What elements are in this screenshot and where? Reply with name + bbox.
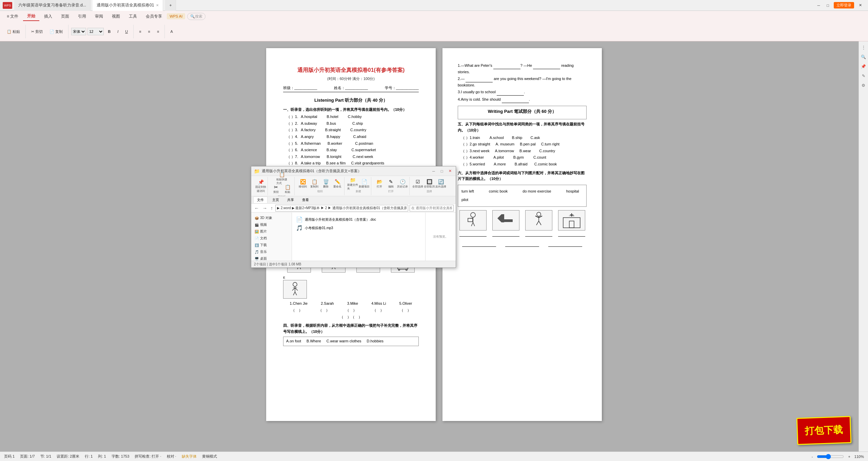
fe-new-item-btn[interactable]: 📄 新建项目 bbox=[359, 179, 370, 189]
fe-sidebar-pic[interactable]: 🖼️ 图片 bbox=[251, 228, 292, 235]
ribbon: ≡ 文件 开始 插入 页面 引用 审阅 视图 工具 会员专享 WPS AI 🔍 … bbox=[0, 11, 868, 41]
fe-paste-btn[interactable]: 📋 粘贴 bbox=[282, 184, 293, 194]
fe-minimize-btn[interactable]: ─ bbox=[431, 168, 437, 174]
fe-maximize-btn[interactable]: □ bbox=[439, 168, 445, 174]
svg-point-77 bbox=[537, 212, 541, 216]
fe-copy-path-btn[interactable]: 📋 粘贴快捷方式 bbox=[276, 173, 287, 183]
align-left-btn[interactable]: ≡ bbox=[136, 28, 144, 35]
fe-pin-btn[interactable]: 📌 固定到快 速访问 bbox=[255, 181, 266, 191]
bold-btn[interactable]: B bbox=[105, 28, 113, 35]
svg-line-65 bbox=[295, 288, 298, 290]
fe-cut-btn[interactable]: ✂ 剪切 bbox=[271, 184, 281, 194]
wps-logo: WPS bbox=[3, 2, 12, 9]
fe-preview-panel: 没有预览。 bbox=[425, 213, 456, 261]
fe-sidebar-desktop[interactable]: 🖥️ 桌面 bbox=[251, 255, 292, 261]
rt-btn-5[interactable]: ⚙ bbox=[860, 82, 867, 89]
fe-delete-btn[interactable]: 🗑️ 删除 bbox=[320, 179, 331, 189]
copy-btn[interactable]: 📄 复制 bbox=[47, 28, 65, 35]
person-E-row: E bbox=[283, 275, 419, 299]
fe-move-btn[interactable]: 🔀 移动到 bbox=[297, 179, 308, 189]
ribbon-tab-tools[interactable]: 工具 bbox=[125, 12, 141, 21]
doc-info-line: 班级：___________ 姓名：___________ 学号：_______… bbox=[283, 85, 419, 92]
italic-btn[interactable]: I bbox=[115, 28, 121, 35]
fe-tab-view[interactable]: 查看 bbox=[299, 197, 312, 203]
cut-btn[interactable]: ✂ 剪切 bbox=[28, 28, 45, 35]
min-btn[interactable]: ─ bbox=[815, 3, 822, 8]
status-row: 行: 1 bbox=[85, 454, 93, 459]
new-tab-btn[interactable]: + bbox=[165, 0, 176, 11]
ribbon-tab-page[interactable]: 页面 bbox=[57, 12, 73, 21]
rt-btn-3[interactable]: 📌 bbox=[860, 63, 867, 70]
register-btn[interactable]: 立即登录 bbox=[834, 2, 854, 8]
fe-file-mp3[interactable]: 🎵 小考模拟卷01.mp3 bbox=[295, 224, 422, 232]
sub6-img-row: CINEMA bbox=[458, 210, 587, 237]
fe-sidebar-doc[interactable]: 📄 文档 bbox=[251, 235, 292, 242]
fe-open-btn[interactable]: 📂 打开 bbox=[374, 179, 385, 189]
fe-addr-input[interactable] bbox=[275, 205, 408, 212]
status-zoom-out[interactable]: - bbox=[812, 455, 813, 459]
fe-edit-btn[interactable]: ✎ 编辑 bbox=[386, 179, 396, 189]
fe-copy-to-btn[interactable]: 📋 复制到 bbox=[309, 179, 320, 189]
svg-rect-75 bbox=[501, 214, 504, 222]
tab-doc1[interactable]: 六年级英语毕业复习卷备听力录音.d... bbox=[14, 0, 91, 11]
font-size-selector[interactable]: 12 bbox=[87, 28, 104, 35]
page-right: 1.—What are Peter's ? —He reading storie… bbox=[442, 48, 602, 421]
ribbon-tab-insert[interactable]: 插入 bbox=[40, 12, 56, 21]
status-settings: 设置距: 2厘米 bbox=[57, 454, 79, 459]
status-chars: 字数: 1753 bbox=[112, 454, 130, 459]
sub5-items: （ ）1.train A.school B.ship C.ask （ ）2.go… bbox=[461, 135, 587, 167]
fe-sidebar-dl[interactable]: ⬇️ 下载 bbox=[251, 242, 292, 248]
fe-folder-icon: 📁 bbox=[254, 168, 260, 174]
item-8: （ ）8. A.take a trip B.see a film C.visit… bbox=[287, 160, 419, 166]
fe-search-input[interactable] bbox=[410, 205, 454, 212]
fe-deselect-btn[interactable]: 🔲 全部取消 bbox=[424, 179, 435, 189]
ribbon-tab-view[interactable]: 视图 bbox=[108, 12, 124, 21]
title-bar: WPS 六年级英语毕业复习卷备听力录音.d... 通用版小升初英语全真模拟卷01… bbox=[0, 0, 868, 11]
ribbon-tab-ref[interactable]: 引用 bbox=[74, 12, 90, 21]
paste-btn[interactable]: 📋 粘贴 bbox=[4, 28, 23, 35]
fe-forward-btn[interactable]: → bbox=[261, 205, 268, 211]
ribbon-tabs: ≡ 文件 开始 插入 页面 引用 审阅 视图 工具 会员专享 WPS AI 🔍 … bbox=[0, 11, 868, 22]
names-row: 1.Chen Jie 2.Sarah 3.Mike 4.Miss Li 5.Ol… bbox=[283, 301, 419, 307]
fe-invert-btn[interactable]: 🔄 反向选择 bbox=[435, 179, 446, 189]
promo-badge[interactable]: 打包下载 bbox=[796, 416, 852, 445]
sub1: 一、听录音，选出你所听到的一项，并将其序号填在题前括号内。（10分） bbox=[283, 107, 419, 113]
fe-back-btn[interactable]: ← bbox=[253, 205, 260, 211]
ribbon-tab-review[interactable]: 审阅 bbox=[91, 12, 107, 21]
fe-tab-share[interactable]: 共享 bbox=[284, 197, 297, 203]
ribbon-tab-file[interactable]: ≡ 文件 bbox=[3, 12, 22, 21]
fe-sidebar-video[interactable]: 🎬 视频 bbox=[251, 221, 292, 228]
fe-tab-file[interactable]: 文件 bbox=[253, 197, 268, 203]
underline-btn[interactable]: U bbox=[122, 28, 131, 35]
item-5: （ ）5. A.fisherman B.worker C.postman bbox=[287, 141, 419, 147]
ribbon-search[interactable]: 🔍 搜索 bbox=[187, 13, 205, 20]
rt-btn-4[interactable]: ✎ bbox=[860, 73, 867, 79]
fe-toolbar-clipboard: 📋 粘贴快捷方式 ✂ 剪切 📋 粘贴 剪贴板 bbox=[269, 177, 295, 195]
tab-doc2[interactable]: 通用版小升初英语全真模拟卷01 ✕ bbox=[93, 0, 163, 11]
fe-close-btn[interactable]: ✕ bbox=[447, 168, 453, 174]
align-right-btn[interactable]: ≡ bbox=[154, 28, 162, 35]
fe-up-btn[interactable]: ↑ bbox=[270, 205, 274, 211]
color-btn[interactable]: A bbox=[167, 28, 175, 35]
rt-btn-1[interactable]: ⋮ bbox=[860, 44, 867, 51]
ribbon-tab-ai[interactable]: WPS AI bbox=[167, 13, 185, 19]
fe-new-folder-btn[interactable]: 📁 新建文件夹 bbox=[347, 179, 358, 189]
fe-rename-btn[interactable]: ✏️ 重命名 bbox=[332, 179, 343, 189]
fe-sidebar-music[interactable]: 🎵 音乐 bbox=[251, 248, 292, 255]
ribbon-tab-vip[interactable]: 会员专享 bbox=[142, 12, 166, 21]
fe-file-doc[interactable]: 📄 通用版小升初英语全真模拟卷01（含答案）.doc bbox=[295, 215, 422, 224]
rt-btn-2[interactable]: 🔍 bbox=[860, 54, 867, 60]
tab-close-btn[interactable]: ✕ bbox=[156, 3, 159, 7]
fe-sidebar-3d[interactable]: 📦 3D 对象 bbox=[251, 215, 292, 221]
close-btn[interactable]: ✕ bbox=[857, 2, 864, 8]
fe-history-btn[interactable]: 🕐 历史记录 bbox=[397, 179, 408, 189]
zoom-slider[interactable] bbox=[817, 454, 844, 459]
ribbon-tab-home[interactable]: 开始 bbox=[23, 12, 39, 21]
align-center-btn[interactable]: ≡ bbox=[145, 28, 153, 35]
svg-rect-83 bbox=[563, 218, 580, 228]
fe-tab-home[interactable]: 主页 bbox=[269, 197, 282, 203]
status-zoom-in[interactable]: + bbox=[848, 455, 850, 459]
fe-select-all-btn[interactable]: ☑ 全部选择 bbox=[412, 179, 423, 189]
font-selector[interactable]: 宋体 bbox=[71, 28, 86, 35]
max-btn[interactable]: □ bbox=[825, 3, 831, 8]
